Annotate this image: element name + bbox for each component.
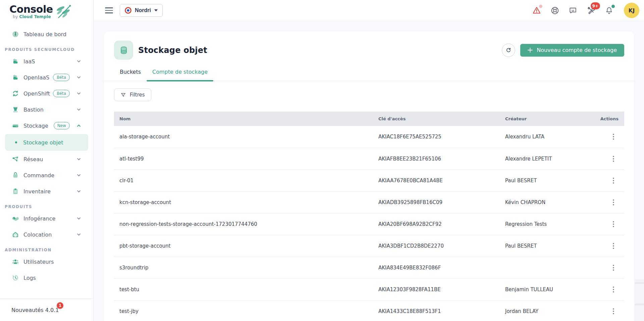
logo-console: Console bbox=[9, 4, 53, 15]
main-content: Stockage objet Nouveau compte de stockag… bbox=[94, 21, 644, 321]
database-icon bbox=[114, 41, 133, 60]
support-lifebuoy-icon[interactable] bbox=[550, 6, 559, 15]
cell-name: test-jby bbox=[114, 300, 373, 321]
refresh-button[interactable] bbox=[502, 44, 515, 57]
cell-creator: Alexandru LATA bbox=[500, 126, 598, 148]
cell-creator: Regression Tests bbox=[500, 213, 598, 235]
row-actions-menu-button[interactable] bbox=[610, 176, 617, 186]
table-row: non-regression-tests-storage-account-172… bbox=[114, 213, 624, 235]
logo-byline: by Cloud Temple bbox=[9, 14, 53, 19]
sidebar-item-colocation[interactable]: Colocation bbox=[0, 227, 93, 243]
row-actions-menu-button[interactable] bbox=[610, 132, 617, 142]
table-row: kcn-storage-account AKIADB3925898FB16C09… bbox=[114, 191, 624, 213]
sidebar-item-utilisateurs[interactable]: Utilisateurs bbox=[0, 254, 93, 270]
sidebar-nav: Tableau de bord PRODUITS SECNUMCLOUD Iaa… bbox=[0, 23, 93, 298]
logo-home-link[interactable]: Console by Cloud Temple bbox=[0, 0, 93, 21]
page-edge-scroll-strip[interactable] bbox=[635, 279, 644, 321]
cell-name: non-regression-tests-storage-account-172… bbox=[114, 213, 373, 235]
sidebar-item-inventaire[interactable]: Inventaire bbox=[0, 183, 93, 199]
cell-name: atl-test99 bbox=[114, 148, 373, 170]
caret-down-icon bbox=[154, 9, 158, 11]
chevron-down-icon bbox=[76, 91, 81, 96]
beta-badge: Béta bbox=[53, 74, 70, 81]
row-actions-menu-button[interactable] bbox=[610, 241, 617, 251]
sidebar-item-bastion[interactable]: Bastion bbox=[0, 102, 93, 118]
history-clock-icon bbox=[11, 274, 19, 282]
sidebar-item-infogerance[interactable]: Infogérance bbox=[0, 210, 93, 227]
hamburger-menu-icon[interactable] bbox=[105, 7, 113, 13]
feedback-chat-icon[interactable] bbox=[568, 6, 578, 15]
network-icon bbox=[11, 155, 19, 163]
cell-access-key: AKIADB3925898FB16C09 bbox=[373, 191, 500, 213]
table-header-row: Nom Clé d'accès Créateur Actions bbox=[114, 112, 624, 126]
chevron-down-icon bbox=[76, 59, 81, 64]
sidebar-item-label: Logs bbox=[23, 275, 36, 281]
cell-access-key: AKIA834E49BE832F086F bbox=[373, 257, 500, 278]
chevron-down-icon bbox=[76, 157, 81, 162]
circular-arrows-icon bbox=[11, 89, 19, 98]
cell-creator: Jordan BELAY bbox=[500, 300, 598, 321]
cell-access-key: AKIA3DBF1CD2B8DE2270 bbox=[373, 235, 500, 257]
tab-buckets[interactable]: Buckets bbox=[114, 69, 147, 81]
bullet-icon bbox=[15, 141, 17, 143]
cell-name: test-btu bbox=[114, 278, 373, 300]
sidebar-item-label: Infogérance bbox=[23, 215, 55, 222]
row-actions-menu-button[interactable] bbox=[610, 219, 617, 229]
storage-card: Stockage objet Nouveau compte de stockag… bbox=[104, 31, 634, 321]
notifications-bell-icon[interactable] bbox=[604, 6, 614, 15]
cell-access-key: AKIA1433C18E88F513F1 bbox=[373, 300, 500, 321]
chevron-up-icon bbox=[76, 123, 81, 128]
home-icon bbox=[11, 231, 19, 239]
row-actions-menu-button[interactable] bbox=[610, 154, 617, 164]
sidebar-item-dashboard[interactable]: Tableau de bord bbox=[0, 26, 93, 42]
cell-access-key: AKIAFB8EE23B21F65106 bbox=[373, 148, 500, 170]
table-row: clr-01 AKIAA7678E0BCA81A4BE Paul BESRET bbox=[114, 170, 624, 191]
gauge-icon bbox=[11, 30, 19, 38]
sidebar-item-label: Stockage bbox=[23, 123, 48, 129]
filters-button[interactable]: Filtres bbox=[114, 88, 151, 101]
chevron-down-icon bbox=[76, 232, 81, 237]
column-header-nom: Nom bbox=[114, 112, 373, 126]
cell-name: ala-storage-account bbox=[114, 126, 373, 148]
sidebar-item-reseau[interactable]: Réseau bbox=[0, 151, 93, 167]
card-header: Stockage objet Nouveau compte de stockag… bbox=[104, 31, 634, 60]
sidebar-item-label: Commande bbox=[23, 172, 54, 179]
cell-creator: Paul BESRET bbox=[500, 235, 598, 257]
cell-creator: Benjamin TULLEAU bbox=[500, 278, 598, 300]
table-row: test-btu AKIA12303F9828FA11BE Benjamin T… bbox=[114, 278, 624, 300]
column-header-cle-acces: Clé d'accès bbox=[373, 112, 500, 126]
funnel-icon bbox=[120, 92, 126, 98]
tab-bar: Buckets Compte de stockage bbox=[104, 69, 634, 81]
row-actions-menu-button[interactable] bbox=[610, 263, 617, 273]
tenant-selector[interactable]: Nordri bbox=[120, 4, 163, 17]
sidebar-item-label: Colocation bbox=[23, 232, 52, 238]
sidebar-item-logs[interactable]: Logs bbox=[0, 270, 93, 286]
row-actions-menu-button[interactable] bbox=[610, 284, 617, 295]
sidebar-item-commande[interactable]: Commande bbox=[0, 167, 93, 183]
row-actions-menu-button[interactable] bbox=[610, 197, 617, 207]
new-storage-account-button[interactable]: Nouveau compte de stockage bbox=[520, 44, 624, 57]
new-badge: New bbox=[54, 122, 70, 129]
tab-compte-de-stockage[interactable]: Compte de stockage bbox=[147, 69, 213, 81]
cocarde-icon bbox=[125, 7, 131, 14]
server-icon bbox=[11, 122, 19, 130]
table-row: ala-storage-account AKIAC18F6E75AE525725… bbox=[114, 126, 624, 148]
sidebar-item-label: Tableau de bord bbox=[23, 31, 66, 38]
bag-icon bbox=[11, 171, 19, 179]
chevron-down-icon bbox=[76, 173, 81, 178]
sidebar-item-stockage-objet[interactable]: Stockage objet bbox=[5, 134, 88, 151]
sidebar-item-openiaas[interactable]: OpenIaaS Béta bbox=[0, 69, 93, 85]
cell-creator: Alexandre LEPETIT bbox=[500, 148, 598, 170]
storage-accounts-table: Nom Clé d'accès Créateur Actions ala-sto… bbox=[114, 112, 624, 321]
beta-badge: Béta bbox=[53, 90, 70, 97]
sidebar-item-iaas[interactable]: IaaS bbox=[0, 53, 93, 69]
table-row: s3roundtrip AKIA834E49BE832F086F bbox=[114, 257, 624, 278]
alerts-warning-icon[interactable] bbox=[532, 6, 541, 15]
sidebar-item-openshift[interactable]: OpenShift Béta bbox=[0, 85, 93, 102]
topbar: Nordri 9+ KJ bbox=[94, 0, 644, 21]
row-actions-menu-button[interactable] bbox=[610, 306, 617, 316]
user-avatar[interactable]: KJ bbox=[624, 3, 639, 18]
tools-icon[interactable]: 9+ bbox=[586, 6, 596, 15]
whats-new-link[interactable]: Nouveautés 4.0.1 1 bbox=[11, 307, 59, 313]
sidebar-item-stockage[interactable]: Stockage New bbox=[0, 118, 93, 134]
